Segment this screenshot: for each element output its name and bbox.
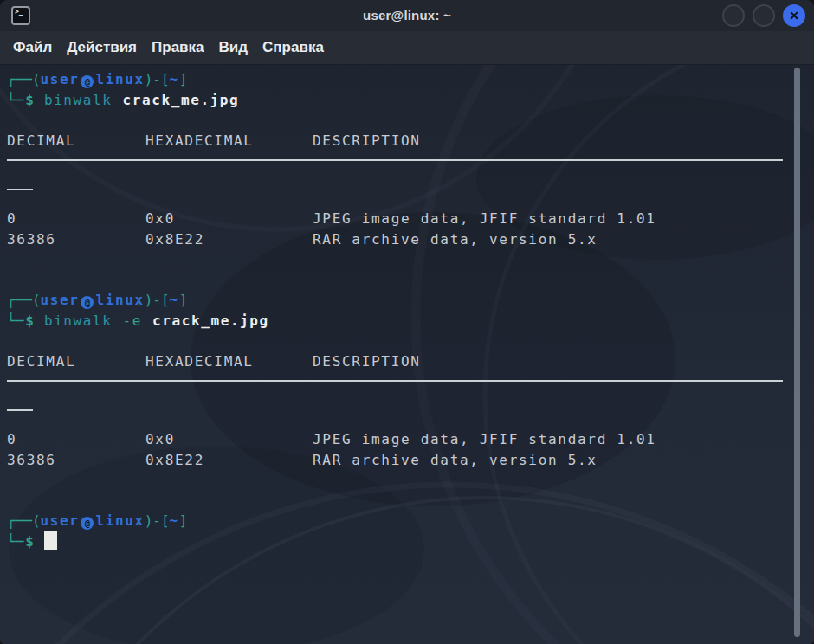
- table-separator-line: [7, 159, 783, 161]
- command-line: └─$binwalk-ecrack_me.jpg: [7, 311, 790, 332]
- prompt-frame: └─: [7, 533, 23, 550]
- menu-file[interactable]: Файл: [13, 39, 52, 56]
- table-separator-wrap: [7, 189, 790, 209]
- command-text: binwalk: [44, 92, 113, 108]
- prompt-host: linux: [95, 512, 144, 529]
- header-description: DESCRIPTION: [313, 351, 790, 372]
- prompt-frame: ┌──(: [7, 512, 41, 529]
- kali-at-icon: @: [81, 517, 94, 530]
- prompt-frame: )-[: [145, 512, 170, 529]
- table-row: 363860x8E22RAR archive data, version 5.x: [7, 229, 790, 250]
- command-file: crack_me.jpg: [152, 312, 269, 329]
- prompt-user: user: [41, 292, 80, 308]
- prompt-frame: )-[: [145, 292, 170, 308]
- header-hexadecimal: HEXADECIMAL: [145, 351, 313, 372]
- prompt-frame: └─: [7, 92, 23, 108]
- scrollbar[interactable]: [794, 68, 800, 637]
- prompt-line-top: ┌──(user@linux)-[~]: [7, 69, 790, 90]
- prompt-host: linux: [95, 292, 144, 308]
- prompt-frame: ┌──(: [7, 71, 41, 87]
- window-controls: ✕: [722, 4, 805, 27]
- title-bar[interactable]: >_ user@linux: ~ ✕: [0, 0, 814, 31]
- header-hexadecimal: HEXADECIMAL: [145, 131, 313, 151]
- terminal-window: >_ user@linux: ~ ✕ Файл Действия Правка …: [0, 0, 814, 644]
- table-separator-line: [7, 380, 783, 382]
- prompt-symbol: $: [25, 92, 34, 108]
- prompt-host: linux: [95, 71, 144, 87]
- prompt-frame: ┌──(: [7, 292, 41, 308]
- kali-at-icon: @: [81, 296, 94, 309]
- minimize-button[interactable]: [722, 4, 745, 27]
- table-row: 363860x8E22RAR archive data, version 5.x: [7, 450, 790, 471]
- window-title: user@linux: ~: [0, 0, 814, 31]
- header-description: DESCRIPTION: [313, 131, 790, 151]
- table-separator: [7, 159, 790, 180]
- command-flag: -e: [123, 312, 142, 329]
- table-separator-wrap: [7, 409, 790, 430]
- close-icon: ✕: [789, 9, 799, 23]
- maximize-button[interactable]: [753, 4, 775, 27]
- prompt-user: user: [41, 512, 80, 529]
- terminal-viewport[interactable]: ┌──(user@linux)-[~] └─$binwalkcrack_me.j…: [0, 65, 814, 644]
- prompt-user: user: [41, 71, 80, 87]
- prompt-frame: └─: [7, 312, 23, 329]
- kali-at-icon: @: [81, 75, 94, 88]
- menu-actions[interactable]: Действия: [67, 39, 137, 56]
- menu-bar: Файл Действия Правка Вид Справка: [0, 31, 814, 65]
- menu-view[interactable]: Вид: [219, 39, 249, 56]
- prompt-line-top: ┌──(user@linux)-[~]: [7, 511, 790, 531]
- close-button[interactable]: ✕: [783, 4, 805, 27]
- menu-help[interactable]: Справка: [262, 39, 324, 56]
- table-separator-wrap-line: [7, 409, 33, 411]
- prompt-symbol: $: [25, 533, 34, 550]
- table-row: 00x0JPEG image data, JFIF standard 1.01: [7, 209, 790, 229]
- command-line: └─$binwalkcrack_me.jpg: [7, 90, 790, 111]
- prompt-dir: ~: [170, 512, 179, 529]
- terminal-content: ┌──(user@linux)-[~] └─$binwalkcrack_me.j…: [0, 65, 814, 644]
- prompt-symbol: $: [25, 312, 34, 329]
- prompt-dir: ~: [170, 292, 179, 308]
- command-text: binwalk: [44, 312, 113, 329]
- table-separator-wrap-line: [7, 189, 33, 190]
- prompt-line-top: ┌──(user@linux)-[~]: [7, 290, 790, 311]
- terminal-cursor: [44, 531, 57, 550]
- table-separator: [7, 380, 790, 401]
- prompt-frame: ]: [179, 71, 188, 87]
- menu-edit[interactable]: Правка: [152, 39, 204, 56]
- header-decimal: DECIMAL: [7, 351, 145, 372]
- prompt-frame: ]: [179, 512, 188, 529]
- prompt-dir: ~: [170, 71, 179, 87]
- table-header-row: DECIMALHEXADECIMALDESCRIPTION: [7, 351, 790, 372]
- header-decimal: DECIMAL: [7, 131, 145, 151]
- prompt-frame: ]: [179, 292, 188, 308]
- table-header-row: DECIMALHEXADECIMALDESCRIPTION: [7, 131, 790, 151]
- prompt-frame: )-[: [145, 71, 170, 87]
- command-file: crack_me.jpg: [123, 92, 240, 108]
- command-line-active[interactable]: └─$: [7, 531, 790, 552]
- table-row: 00x0JPEG image data, JFIF standard 1.01: [7, 429, 790, 450]
